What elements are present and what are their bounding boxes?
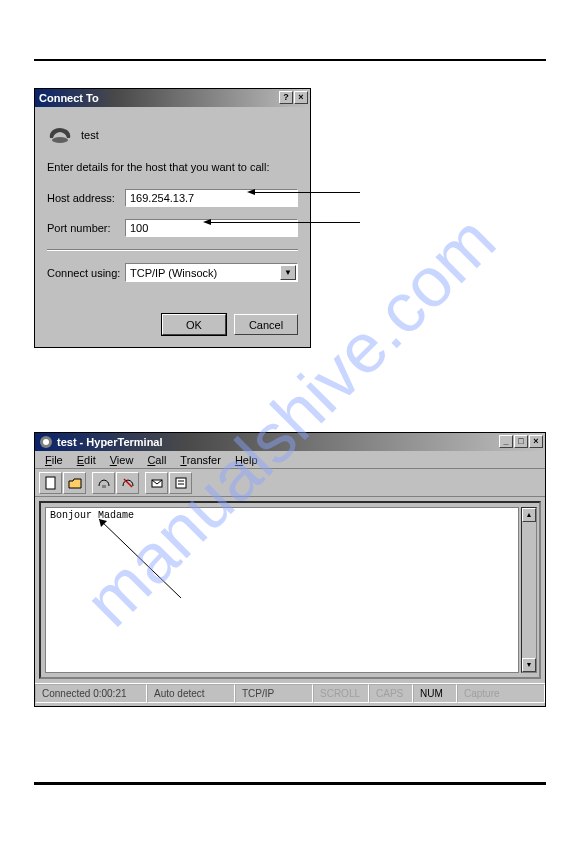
chevron-down-icon: ▼ [280,265,296,280]
terminal-output[interactable]: Bonjour Madame [45,507,519,673]
annotation-line-port [211,222,360,223]
status-caps: CAPS [369,684,413,703]
annotation-line-host [255,192,360,193]
port-number-label: Port number: [47,222,125,234]
svg-rect-3 [46,477,55,489]
page-divider-bottom [34,782,546,785]
menu-file[interactable]: File [39,453,69,467]
minimize-button[interactable]: _ [499,435,513,448]
svg-rect-4 [102,485,106,488]
status-capture: Capture [457,684,545,703]
vertical-scrollbar[interactable]: ▲ ▼ [521,507,537,673]
scroll-up-icon[interactable]: ▲ [522,508,536,522]
status-protocol: TCP/IP [235,684,313,703]
connection-name: test [81,129,99,141]
app-icon [39,435,53,449]
connect-using-label: Connect using: [47,267,125,279]
dialog-title: Connect To [39,92,99,104]
dialog-separator [47,249,298,251]
disconnect-icon[interactable] [116,472,139,494]
scroll-down-icon[interactable]: ▼ [522,658,536,672]
app-titlebar: test - HyperTerminal _ □ × [35,433,545,451]
status-num: NUM [413,684,457,703]
svg-point-2 [43,439,49,445]
dialog-titlebar: Connect To ? × [35,89,310,107]
svg-rect-7 [176,478,186,488]
menu-transfer[interactable]: Transfer [174,453,227,467]
properties-icon[interactable] [169,472,192,494]
connect-using-select[interactable]: TCP/IP (Winsock) ▼ [125,263,298,282]
annotation-arrow-port [203,219,211,225]
cancel-button[interactable]: Cancel [234,314,298,335]
dialog-instruction: Enter details for the host that you want… [47,161,298,173]
annotation-arrow-host [247,189,255,195]
close-button[interactable]: × [529,435,543,448]
toolbar [35,469,545,497]
terminal-text: Bonjour Madame [50,510,134,521]
statusbar: Connected 0:00:21 Auto detect TCP/IP SCR… [35,683,545,703]
menu-help[interactable]: Help [229,453,264,467]
connect-icon[interactable] [92,472,115,494]
ok-button[interactable]: OK [162,314,226,335]
status-scroll: SCROLL [313,684,369,703]
menu-view[interactable]: View [104,453,140,467]
phone-icon [47,123,73,147]
host-address-label: Host address: [47,192,125,204]
maximize-button[interactable]: □ [514,435,528,448]
menu-call[interactable]: Call [141,453,172,467]
close-button[interactable]: × [294,91,308,104]
help-button[interactable]: ? [279,91,293,104]
open-icon[interactable] [63,472,86,494]
new-icon[interactable] [39,472,62,494]
send-icon[interactable] [145,472,168,494]
status-connected: Connected 0:00:21 [35,684,147,703]
hyperterminal-window: test - HyperTerminal _ □ × File Edit Vie… [34,432,546,707]
connect-to-dialog: Connect To ? × test Enter details for th… [34,88,311,348]
svg-point-0 [52,137,68,143]
app-title-text: test - HyperTerminal [57,436,163,448]
terminal-frame: Bonjour Madame ▲ ▼ [39,501,541,679]
connect-using-value: TCP/IP (Winsock) [130,267,217,279]
menubar: File Edit View Call Transfer Help [35,451,545,469]
status-autodetect: Auto detect [147,684,235,703]
page-divider-top [34,59,546,61]
menu-edit[interactable]: Edit [71,453,102,467]
